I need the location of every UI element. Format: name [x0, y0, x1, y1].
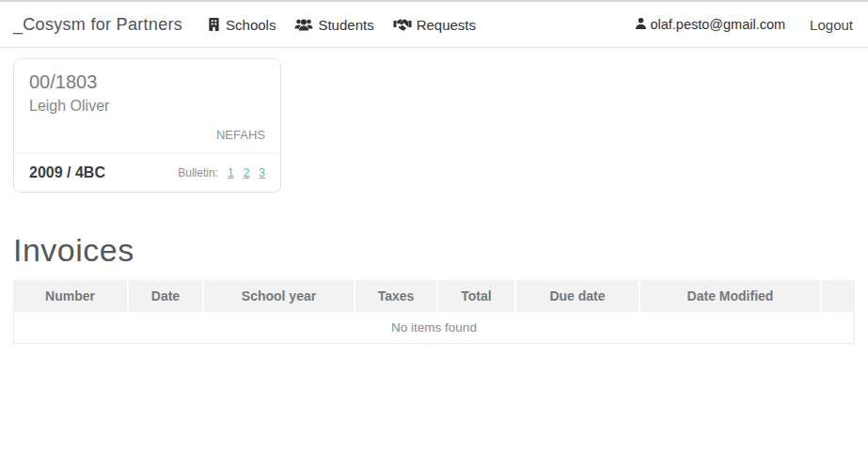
user-email: olaf.pesto@gmail.com: [650, 17, 785, 32]
column-header-due-date: Due date: [516, 280, 640, 312]
student-card-body: 00/1803 Leigh Oliver NEFAHS: [14, 59, 280, 153]
empty-state-message: No items found: [13, 312, 855, 344]
navbar-right: olaf.pesto@gmail.com Logout: [635, 17, 853, 33]
brand-title[interactable]: _Cosysm for Partners: [13, 15, 182, 35]
bulletin-link-2[interactable]: 2: [244, 166, 250, 179]
nav-item-label: Schools: [226, 17, 276, 33]
bulletin-links: Bulletin: 1 2 3: [178, 166, 265, 179]
student-card: 00/1803 Leigh Oliver NEFAHS 2009 / 4BC B…: [13, 58, 281, 193]
table-header-row: Number Date School year Taxes Total Due …: [13, 280, 855, 312]
school-code: NEFAHS: [29, 128, 265, 142]
bulletin-link-3[interactable]: 3: [259, 166, 265, 179]
logout-button[interactable]: Logout: [810, 17, 853, 33]
page-title: Invoices: [13, 232, 868, 269]
student-card-footer: 2009 / 4BC Bulletin: 1 2 3: [14, 153, 280, 192]
handshake-icon: [393, 18, 412, 31]
student-name: Leigh Oliver: [29, 98, 265, 115]
nav-item-schools[interactable]: Schools: [207, 17, 276, 33]
column-header-taxes: Taxes: [355, 280, 438, 312]
bulletin-label: Bulletin:: [178, 166, 218, 179]
top-navbar: _Cosysm for Partners Schools: [0, 0, 868, 48]
user-icon: [635, 17, 647, 33]
column-header-actions: [822, 280, 855, 312]
column-header-number: Number: [13, 280, 129, 312]
nav-item-requests[interactable]: Requests: [393, 17, 476, 33]
nav-item-students[interactable]: Students: [294, 17, 373, 33]
students-icon: [294, 18, 313, 32]
school-icon: [207, 17, 221, 32]
student-number: 00/1803: [29, 71, 265, 93]
nav-item-label: Students: [318, 17, 373, 33]
column-header-date: Date: [129, 280, 204, 312]
column-header-total: Total: [438, 280, 516, 312]
nav-item-label: Requests: [417, 17, 476, 33]
empty-state-row: No items found: [13, 312, 855, 344]
column-header-school-year: School year: [204, 280, 355, 312]
bulletin-link-1[interactable]: 1: [228, 166, 234, 179]
year-class: 2009 / 4BC: [29, 164, 105, 181]
user-menu[interactable]: olaf.pesto@gmail.com: [635, 17, 785, 33]
column-header-date-modified: Date Modified: [640, 280, 822, 312]
invoices-table: Number Date School year Taxes Total Due …: [13, 280, 855, 344]
